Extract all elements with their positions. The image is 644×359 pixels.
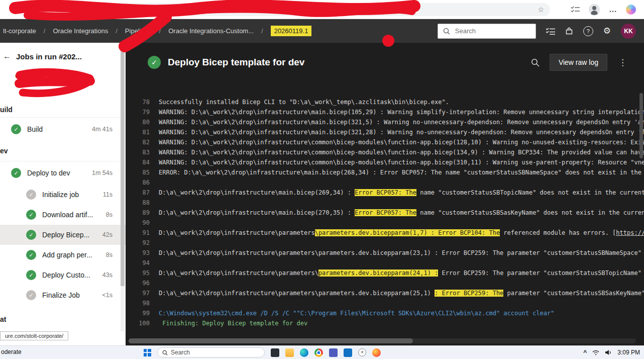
help-icon[interactable]: ? — [583, 26, 593, 36]
log-line-number: 90 — [126, 218, 150, 228]
breadcrumb-separator: / — [116, 27, 118, 35]
log-line-number: 92 — [126, 238, 150, 248]
more-actions-icon[interactable]: ⋮ — [614, 57, 631, 68]
job-row[interactable]: ✓Finalize Job<1s — [0, 285, 126, 305]
log-line: 96 — [126, 278, 644, 288]
settings-gear-icon[interactable]: ⚙ — [603, 27, 611, 35]
sidebar-scrollbar[interactable] — [121, 50, 125, 331]
log-line: 87D:\a\_work\2\drop\infrastructure\main.… — [126, 188, 644, 198]
header-actions: ? ⚙ KK — [438, 24, 644, 39]
log-line: 86 — [126, 177, 644, 188]
sidebar-scrollbar-up-arrow[interactable]: ▲ — [120, 45, 125, 48]
breadcrumb-item[interactable]: 20260119.1 — [271, 26, 312, 36]
back-icon[interactable]: ← — [3, 52, 11, 61]
breadcrumb-separator: / — [44, 27, 46, 35]
tray-chevron-up-icon[interactable]: ^ — [583, 349, 587, 356]
log-line: 98 — [126, 298, 644, 308]
favorites-checklist-icon[interactable] — [571, 6, 580, 13]
job-row[interactable]: ✓Initialize job11s — [0, 185, 126, 205]
clock[interactable]: 3:09 PM — [617, 349, 640, 356]
breadcrumb-separator: / — [261, 27, 263, 35]
task-list-icon[interactable] — [546, 28, 555, 35]
log-line-text: WARNING: D:\a\_work\2\drop\infrastructur… — [159, 127, 644, 137]
log-line-number: 91 — [126, 228, 150, 238]
success-check-icon: ✓ — [26, 210, 36, 220]
log-line-text — [159, 238, 644, 248]
bookmark-star-icon[interactable]: ☆ — [538, 6, 544, 14]
success-check-icon: ✓ — [26, 230, 36, 240]
log-line: 95D:\a\_work\2\drop\infrastructure\param… — [126, 268, 644, 278]
sidebar-scrollbar-thumb[interactable] — [121, 50, 125, 286]
breadcrumb-item[interactable]: Oracle Integrations-Custom... — [168, 27, 254, 35]
search-box[interactable] — [438, 24, 536, 39]
log-line-text — [159, 278, 644, 288]
marketplace-bag-icon[interactable] — [565, 27, 573, 35]
outlook-icon[interactable] — [344, 348, 352, 357]
job-row[interactable]: ✓Build4m 41s — [0, 118, 126, 141]
log-line: 94 — [126, 258, 644, 268]
edge-icon[interactable] — [300, 348, 308, 357]
log-horizontal-scrollbar-thumb[interactable] — [129, 338, 413, 343]
copilot-icon[interactable] — [626, 5, 636, 15]
log-line: 93D:\a\_work\2\drop\infrastructure\param… — [126, 248, 644, 258]
profile-icon[interactable] — [589, 4, 600, 15]
job-label: Deploy Bicep... — [42, 231, 98, 239]
dismiss-badge-icon[interactable] — [358, 348, 366, 356]
devops-header: lt-corporate/Oracle Integrations/Pipelin… — [0, 19, 644, 43]
file-explorer-icon[interactable] — [285, 348, 294, 357]
firefox-icon[interactable] — [372, 348, 381, 357]
log-line-number: 95 — [126, 268, 150, 278]
log-line: 82WARNING: D:\a\_work\2\drop\infrastruct… — [126, 137, 644, 147]
view-raw-log-button[interactable]: View raw log — [550, 54, 607, 71]
windows-start-icon[interactable] — [144, 349, 151, 356]
address-bar[interactable]: build/results?buildId=3780&view=logs&j=0… — [55, 3, 550, 16]
moderate-text-fragment: oderate — [1, 348, 22, 355]
log-line-number: 97 — [126, 288, 150, 298]
windows-taskbar: oderate Search ^ — [0, 345, 644, 359]
log-line: 79WARNING: D:\a\_work\2\drop\infrastruct… — [126, 107, 644, 117]
taskbar-search-icon — [162, 350, 168, 355]
job-row[interactable]: ✓Deploy to dev1m 54s — [0, 161, 126, 185]
log-line-number: 81 — [126, 127, 150, 137]
breadcrumb-item[interactable]: Pipelines — [125, 27, 152, 35]
browser-menu-icon[interactable]: … — [609, 5, 617, 14]
log-line: 100 Finishing: Deploy Bicep template for… — [126, 318, 644, 328]
job-row[interactable]: ✓Add graph per...8s — [0, 245, 126, 265]
log-line: 81WARNING: D:\a\_work\2\drop\infrastruct… — [126, 127, 644, 137]
job-duration: <1s — [102, 292, 113, 299]
log-line-number: 80 — [126, 117, 150, 127]
log-line: 84WARNING: D:\a\_work\2\drop\infrastruct… — [126, 157, 644, 167]
job-success-check-icon: ✓ — [148, 56, 161, 69]
breadcrumb: lt-corporate/Oracle Integrations/Pipelin… — [3, 26, 311, 36]
log-search-icon[interactable] — [531, 58, 540, 67]
log-vertical-scrollbar-thumb[interactable] — [639, 93, 643, 158]
user-avatar[interactable]: KK — [621, 24, 636, 39]
chrome-icon[interactable] — [314, 348, 323, 357]
taskbar-search[interactable]: Search — [157, 347, 265, 357]
breadcrumb-item[interactable]: lt-corporate — [3, 27, 36, 35]
log-header: ✓ Deploy Bicep template for dev View raw… — [126, 43, 644, 78]
breadcrumb-item[interactable]: Oracle Integrations — [53, 27, 108, 35]
volume-icon[interactable] — [605, 349, 612, 355]
success-check-icon: ✓ — [11, 124, 21, 134]
log-line-number: 94 — [126, 258, 150, 268]
log-line-number: 82 — [126, 137, 150, 147]
log-line-number: 96 — [126, 278, 150, 288]
log-vertical-scrollbar[interactable] — [639, 93, 643, 329]
task-view-icon[interactable] — [271, 348, 279, 357]
search-input[interactable] — [454, 27, 530, 35]
teams-icon[interactable] — [329, 348, 338, 357]
job-row[interactable]: ✓Deploy Bicep...42s — [0, 225, 126, 245]
neutral-check-icon: ✓ — [26, 190, 36, 200]
log-line-text: C:\Windows\system32\cmd.exe /D /S /C ""C… — [159, 308, 644, 318]
job-duration: 8s — [106, 251, 113, 258]
wifi-icon[interactable] — [592, 350, 599, 355]
log-line-number: 79 — [126, 107, 150, 117]
search-icon — [443, 28, 450, 35]
job-row[interactable]: ✓Download artif...8s — [0, 205, 126, 225]
log-line: 97D:\a\_work\2\drop\infrastructure\param… — [126, 288, 644, 298]
log-line-text: Finishing: Deploy Bicep template for dev — [159, 318, 644, 328]
job-duration: 1m 54s — [92, 169, 113, 176]
job-row[interactable]: ✓Deploy Custo...43s — [0, 265, 126, 285]
log-horizontal-scrollbar[interactable] — [129, 338, 636, 343]
